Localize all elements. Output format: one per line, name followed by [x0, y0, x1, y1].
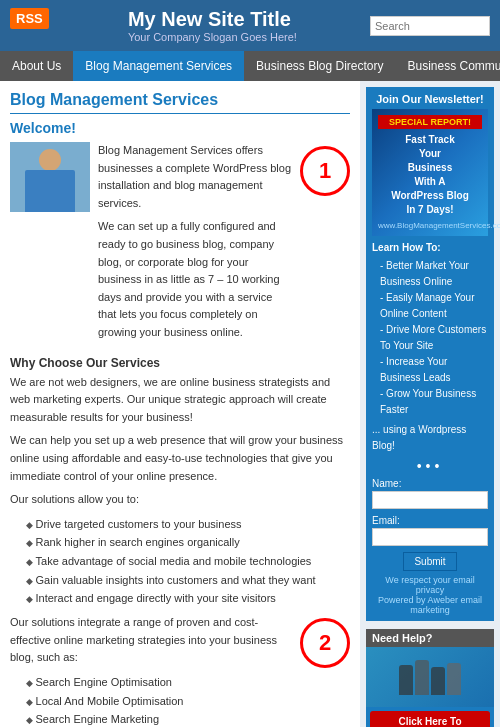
learn-item: Drive More Customers To Your Site	[380, 322, 488, 354]
privacy-link[interactable]: We respect your email privacy	[372, 575, 488, 595]
nav-blog-management[interactable]: Blog Management Services	[73, 51, 244, 81]
list-item: Interact and engage directly with your s…	[26, 589, 350, 608]
sidebar: Join Our Newsletter! SPECIAL REPORT! Fas…	[360, 81, 500, 727]
search-area	[370, 16, 490, 36]
list-item: Rank higher in search engines organicall…	[26, 533, 350, 552]
solutions-allow: Our solutions allow you to:	[10, 491, 350, 509]
strategies-list: Search Engine Optimisation Local And Mob…	[26, 673, 350, 727]
circle-1-annotation: 1	[300, 146, 350, 196]
list-item: Search Engine Optimisation	[26, 673, 350, 692]
email-label: Email:	[372, 515, 488, 526]
click-here-button[interactable]: Click Here To Contact Us Now!	[370, 711, 490, 727]
list-item: Local And Mobile Optimisation	[26, 692, 350, 711]
intro-text: Blog Management Services offers business…	[98, 142, 292, 348]
site-title: My New Site Title	[128, 8, 297, 31]
email-input[interactable]	[372, 528, 488, 546]
nav-business-community[interactable]: Business Community	[396, 51, 501, 81]
learn-how-section: Learn How To: Better Market Your Busines…	[372, 240, 488, 454]
special-report-image: SPECIAL REPORT! Fast Track Your Business…	[372, 109, 488, 236]
newsletter-box: Join Our Newsletter! SPECIAL REPORT! Fas…	[366, 87, 494, 621]
learn-item: Increase Your Business Leads	[380, 354, 488, 386]
learn-how-title: Learn How To:	[372, 240, 488, 256]
intro-image	[10, 142, 90, 212]
search-input[interactable]	[370, 16, 490, 36]
submit-newsletter-button[interactable]: Submit	[403, 552, 456, 571]
list-item: Take advantage of social media and mobil…	[26, 552, 350, 571]
using-text: ... using a Wordpress Blog!	[372, 422, 488, 454]
solutions-integrate: Our solutions integrate a range of prove…	[10, 614, 350, 667]
special-report-label: SPECIAL REPORT!	[378, 115, 482, 129]
learn-item: Easily Manage Your Online Content	[380, 290, 488, 322]
dots: •••	[372, 458, 488, 474]
aweber-link[interactable]: Powered by Aweber email marketing	[372, 595, 488, 615]
page-title: Blog Management Services	[10, 91, 350, 114]
learn-item: Grow Your Business Faster	[380, 386, 488, 418]
why-p1: We are not web designers, we are online …	[10, 374, 350, 427]
intro-p1: Blog Management Services offers business…	[98, 142, 292, 212]
we-can-help: We can help you set up a web presence th…	[10, 432, 350, 485]
report-text: Fast Track Your Business With A WordPres…	[378, 133, 482, 217]
site-slogan: Your Company Slogan Goes Here!	[128, 31, 297, 43]
name-label: Name:	[372, 478, 488, 489]
learn-item: Better Market Your Business Online	[380, 258, 488, 290]
list-item: Gain valuable insights into customers an…	[26, 571, 350, 590]
intro-p2: We can set up a fully configured and rea…	[98, 218, 292, 341]
help-image	[366, 647, 494, 707]
need-help-box: Need Help? Click Here To Contact Us Now!	[366, 629, 494, 727]
nav-blog-directory[interactable]: Business Blog Directory	[244, 51, 395, 81]
circle-2-annotation: 2	[300, 618, 350, 668]
welcome-title: Welcome!	[10, 120, 350, 136]
report-url: www.BlogManagementServices.com	[378, 221, 482, 230]
name-input[interactable]	[372, 491, 488, 509]
wordpress-blog-text: WordPress Blog	[391, 190, 469, 201]
list-item: Search Engine Marketing	[26, 710, 350, 727]
need-help-title: Need Help?	[366, 629, 494, 647]
rss-icon-wrap[interactable]: RSS	[10, 8, 49, 29]
nav-about[interactable]: About Us	[0, 51, 73, 81]
newsletter-title: Join Our Newsletter!	[372, 93, 488, 105]
main-nav: About Us Blog Management Services Busine…	[0, 51, 500, 81]
why-heading: Why Choose Our Services	[10, 356, 350, 370]
main-content: Blog Management Services Welcome! 1 Blog…	[0, 81, 360, 727]
list-item: Drive targeted customers to your busines…	[26, 515, 350, 534]
solutions-list: Drive targeted customers to your busines…	[26, 515, 350, 608]
logo-area: My New Site Title Your Company Slogan Go…	[128, 8, 297, 43]
